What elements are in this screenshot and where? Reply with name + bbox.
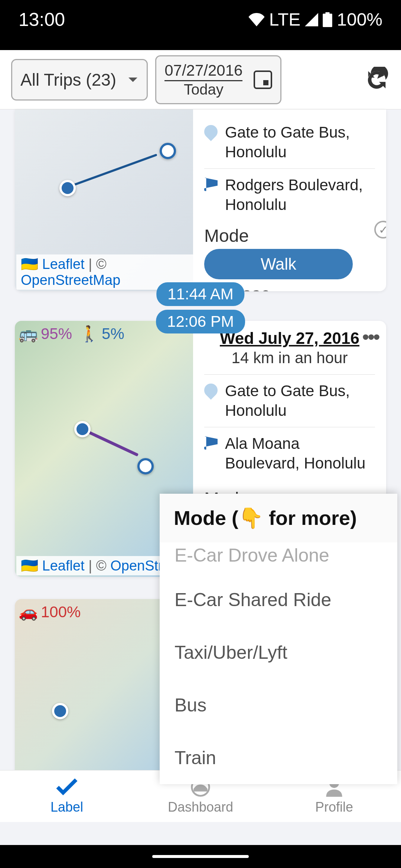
origin-pin-icon — [202, 381, 221, 400]
destination-flag-icon — [204, 178, 218, 191]
mode-option[interactable]: Train — [160, 731, 397, 784]
battery-percent: 100% — [337, 9, 382, 30]
map-end-pin — [160, 143, 176, 159]
date-today-label: Today — [164, 81, 242, 98]
map-attribution: 🇺🇦 Leaflet | © OpenStree — [16, 556, 183, 575]
mode-option[interactable]: E-Car Shared Ride — [160, 573, 397, 626]
tab-label[interactable]: Label — [0, 770, 134, 822]
mode-selection-popup: Mode (👇 for more) E-Car Drove Alone E-Ca… — [160, 494, 397, 784]
popup-title: Mode (👇 for more) — [160, 494, 397, 542]
walk-icon: 🚶 — [79, 325, 99, 343]
battery-icon — [323, 12, 332, 27]
bus-icon: 🚌 — [19, 325, 38, 343]
refresh-icon — [364, 67, 390, 93]
toolbar: All Trips (23) 07/27/2016 Today — [0, 50, 401, 109]
chevron-down-icon — [127, 74, 138, 85]
check-icon — [56, 778, 78, 796]
network-type: LTE — [269, 9, 300, 30]
signal-icon — [305, 13, 318, 26]
filter-label: All Trips (23) — [20, 70, 116, 90]
destination-text: Rodgers Boulevard, Honolulu — [225, 175, 375, 214]
car-icon: 🚗 — [19, 603, 38, 621]
date-value: 07/27/2016 — [164, 62, 242, 81]
more-options-button[interactable]: ••• — [362, 325, 379, 348]
destination-flag-icon — [204, 436, 218, 450]
status-indicators: LTE 100% — [248, 9, 382, 30]
trip-card: 🇺🇦 Leaflet | © OpenStreetMap Gate to Gat… — [15, 109, 386, 291]
refresh-button[interactable] — [364, 67, 390, 93]
map-end-pin — [137, 458, 154, 474]
car-confidence-badge: 🚗 100% — [19, 603, 81, 621]
status-time: 13:00 — [19, 9, 65, 30]
origin-text: Gate to Gate Bus, Honolulu — [225, 123, 375, 162]
mode-option[interactable]: Bus — [160, 679, 397, 731]
status-bar: 13:00 LTE 100% — [0, 0, 401, 50]
mode-label: Mode — [204, 226, 375, 246]
map-start-pin — [59, 180, 76, 196]
calendar-icon — [254, 70, 272, 89]
trip-map[interactable]: 🇺🇦 Leaflet | © OpenStreetMap — [15, 109, 193, 291]
android-nav-bar — [0, 845, 401, 868]
wifi-icon — [248, 13, 265, 26]
trips-filter-dropdown[interactable]: All Trips (23) — [11, 59, 148, 101]
osm-link[interactable]: OpenStreetMap — [21, 272, 120, 288]
home-indicator[interactable] — [152, 855, 249, 858]
bus-confidence-badge: 🚌 95% — [19, 325, 72, 343]
map-start-pin — [52, 703, 68, 719]
map-start-pin — [74, 421, 91, 437]
destination-text: Ala Moana Boulevard, Honolulu — [225, 434, 375, 473]
date-picker-button[interactable]: 07/27/2016 Today — [155, 55, 281, 104]
walk-confidence-badge: 🚶 5% — [79, 325, 124, 343]
leaflet-link[interactable]: Leaflet — [42, 256, 85, 272]
trip-end-time: 11:44 AM — [156, 282, 244, 306]
mode-option[interactable]: E-Car Drove Alone — [160, 542, 397, 573]
trip-distance: 14 km in an hour — [204, 349, 375, 367]
origin-pin-icon — [202, 122, 221, 141]
mode-option[interactable]: Taxi/Uber/Lyft — [160, 626, 397, 679]
mode-button[interactable]: Walk — [204, 249, 353, 279]
verified-check-icon[interactable]: ✓ — [374, 221, 386, 239]
leaflet-link[interactable]: Leaflet — [42, 558, 85, 573]
trip-start-time: 12:06 PM — [156, 310, 245, 333]
origin-text: Gate to Gate Bus, Honolulu — [225, 381, 375, 420]
